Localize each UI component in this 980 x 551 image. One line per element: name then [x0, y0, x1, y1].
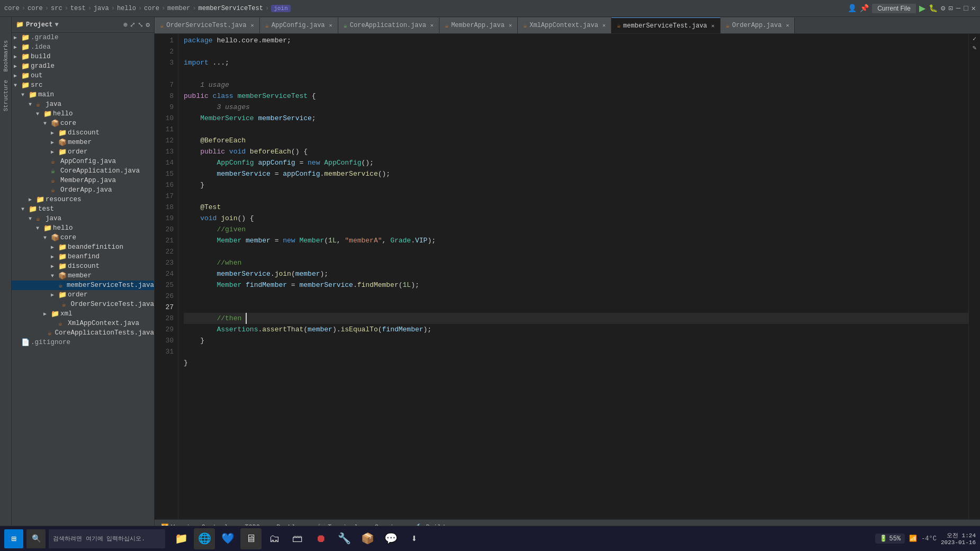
tree-item-coreapptests[interactable]: ☕ CoreApplicationTests.java: [12, 328, 154, 338]
tree-item-orderapp[interactable]: ☕ OrderApp.java: [12, 185, 154, 195]
tree-item-hello-test[interactable]: ▼ 📁 hello: [12, 223, 154, 233]
tab-close-icon[interactable]: ✕: [329, 22, 332, 29]
tree-item-memberservicetest[interactable]: ☕ memberServiceTest.java: [12, 281, 154, 290]
tab-close-icon[interactable]: ✕: [712, 23, 715, 29]
breadcrumb-test[interactable]: test: [70, 5, 86, 12]
run-button[interactable]: ▶: [919, 3, 925, 13]
breadcrumb-core1[interactable]: core: [4, 5, 20, 12]
tree-item-beanfind[interactable]: ▶ 📁 beanfind: [12, 252, 154, 261]
breadcrumb-core3[interactable]: core: [144, 5, 159, 12]
tab-close-icon[interactable]: ✕: [603, 22, 606, 29]
current-file-button[interactable]: Current File: [872, 4, 916, 13]
taskbar-app-chrome[interactable]: 🌐: [194, 528, 215, 549]
tree-item-hello-main[interactable]: ▼ 📁 hello: [12, 109, 154, 119]
search-button[interactable]: 🔍: [26, 529, 46, 548]
tree-item-xmlappcontext[interactable]: ☕ XmlAppContext.java: [12, 319, 154, 328]
tree-settings-icon[interactable]: ⚙: [146, 21, 150, 29]
taskbar-app-rec[interactable]: ⏺: [310, 528, 331, 549]
tree-item-gradle[interactable]: ▶ 📁 .gradle: [12, 33, 154, 42]
pin-icon[interactable]: 📌: [860, 4, 869, 13]
expand-icon[interactable]: ⤢: [130, 21, 136, 29]
package-icon: 📦: [51, 119, 60, 128]
structure-icon[interactable]: Structure: [2, 78, 10, 113]
tree-item-member-test[interactable]: ▼ 📦 member: [12, 271, 154, 281]
tab-appconfig[interactable]: ☕ AppConfig.java ✕: [260, 17, 338, 33]
tab-orderservicetest[interactable]: ☕ OrderServiceTest.java ✕: [155, 17, 260, 33]
edit-icon[interactable]: ✎: [973, 44, 976, 52]
breadcrumb: core › core › src › test › java › hello …: [4, 5, 846, 12]
tree-item-java-main[interactable]: ▼ ☕ java: [12, 100, 154, 109]
tree-item-build[interactable]: ▶ 📁 build: [12, 52, 154, 61]
tab-close-icon[interactable]: ✕: [786, 22, 789, 29]
taskbar-app-git[interactable]: 🗂: [264, 528, 285, 549]
tree-item-gradle2[interactable]: ▶ 📁 gradle: [12, 61, 154, 71]
tree-item-memberapp[interactable]: ☕ MemberApp.java: [12, 176, 154, 185]
taskbar-app-vs[interactable]: 💙: [217, 528, 238, 549]
tree-item-resources[interactable]: ▶ 📁 resources: [12, 195, 154, 204]
debug-icon[interactable]: 🐛: [929, 4, 938, 13]
taskbar-app-intellij[interactable]: 🖥: [240, 528, 262, 549]
tree-item-gitignore[interactable]: 📄 .gitignore: [12, 338, 154, 347]
tab-close-icon[interactable]: ✕: [250, 22, 254, 29]
taskbar-app-misc2[interactable]: 📦: [357, 528, 378, 549]
tab-close-icon[interactable]: ✕: [430, 22, 434, 29]
tree-item-member-main[interactable]: ▶ 📦 member: [12, 138, 154, 147]
project-dropdown-icon[interactable]: ▼: [55, 21, 58, 29]
taskbar-app-misc1[interactable]: 🔧: [334, 528, 355, 549]
battery-icon: 🔋: [879, 535, 887, 543]
tab-coreapplication[interactable]: ☕ CoreApplication.java ✕: [338, 17, 439, 33]
tree-item-discount-test[interactable]: ▶ 📁 discount: [12, 261, 154, 271]
tree-item-orderservicetest[interactable]: ☕ OrderServiceTest.java: [12, 300, 154, 309]
tree-item-src[interactable]: ▼ 📁 src: [12, 80, 154, 90]
taskbar-app-misc3[interactable]: 💬: [380, 528, 401, 549]
breadcrumb-hello[interactable]: hello: [117, 5, 136, 12]
breadcrumb-file[interactable]: memberServiceTest: [199, 5, 263, 12]
bookmarks-icon[interactable]: Bookmarks: [2, 38, 10, 74]
taskbar-app-explorer[interactable]: 📁: [170, 528, 192, 549]
tree-item-beandefinition[interactable]: ▶ 📁 beandefinition: [12, 242, 154, 252]
wifi-icon[interactable]: 📶: [909, 535, 917, 543]
code-line-25: Member findMember = memberService.findMe…: [184, 279, 968, 291]
tree-item-core-main[interactable]: ▼ 📦 core: [12, 119, 154, 128]
tree-item-test[interactable]: ▼ 📁 test: [12, 204, 154, 214]
tree-item-core-test[interactable]: ▼ 📦 core: [12, 233, 154, 242]
tab-xmlappcontext[interactable]: ☕ XmlAppContext.java ✕: [518, 17, 612, 33]
clock[interactable]: 오전 1:24 2023-01-16: [941, 531, 976, 546]
taskbar-app-files[interactable]: 🗃: [287, 528, 308, 549]
tree-item-idea[interactable]: ▶ 📁 .idea: [12, 42, 154, 52]
close-icon[interactable]: ✕: [972, 4, 976, 13]
settings-icon[interactable]: ⚙: [941, 4, 945, 13]
tree-item-order-main[interactable]: ▶ 📁 order: [12, 147, 154, 157]
tree-item-order-test[interactable]: ▶ 📁 order: [12, 290, 154, 300]
taskbar-app-misc4[interactable]: ⬇: [403, 528, 425, 549]
tree-item-main[interactable]: ▼ 📁 main: [12, 90, 154, 100]
tree-arrow: ▼: [29, 102, 36, 107]
tab-close-icon[interactable]: ✕: [509, 22, 512, 29]
maximize-icon[interactable]: □: [964, 4, 968, 13]
code-area[interactable]: package hello.core.member; import ...; 1…: [178, 34, 968, 519]
locate-icon[interactable]: ⊕: [123, 21, 128, 29]
minimize-icon[interactable]: ─: [956, 4, 960, 13]
battery-indicator[interactable]: 🔋 55%: [875, 534, 905, 544]
breadcrumb-member[interactable]: member: [167, 5, 190, 12]
tab-memberapp[interactable]: ☕ MemberApp.java ✕: [439, 17, 518, 33]
breadcrumb-method[interactable]: join: [271, 5, 290, 12]
user-icon[interactable]: 👤: [848, 4, 857, 13]
breadcrumb-core2[interactable]: core: [28, 5, 43, 12]
tree-item-coreapp[interactable]: ☕ CoreApplication.java: [12, 166, 154, 176]
windows-start-button[interactable]: ⊞: [4, 529, 23, 548]
tree-item-java-test[interactable]: ▼ ☕ java: [12, 214, 154, 223]
tab-memberservicetest[interactable]: ☕ memberServiceTest.java ✕: [612, 17, 721, 33]
restore-icon[interactable]: ⊡: [948, 4, 952, 13]
tree-item-appconfig[interactable]: ☕ AppConfig.java: [12, 157, 154, 166]
search-bar[interactable]: 검색하려면 여기에 입력하십시오.: [49, 529, 165, 548]
tree-item-xml[interactable]: ▶ 📁 xml: [12, 309, 154, 319]
checkmark-icon[interactable]: ✓: [973, 35, 976, 43]
tab-label: AppConfig.java: [272, 22, 325, 29]
tree-item-discount[interactable]: ▶ 📁 discount: [12, 128, 154, 138]
tab-orderapp[interactable]: ☕ OrderApp.java ✕: [721, 17, 795, 33]
breadcrumb-java[interactable]: java: [94, 5, 109, 12]
breadcrumb-src[interactable]: src: [51, 5, 62, 12]
collapse-icon[interactable]: ⤡: [138, 21, 143, 29]
tree-item-out[interactable]: ▶ 📁 out: [12, 71, 154, 80]
